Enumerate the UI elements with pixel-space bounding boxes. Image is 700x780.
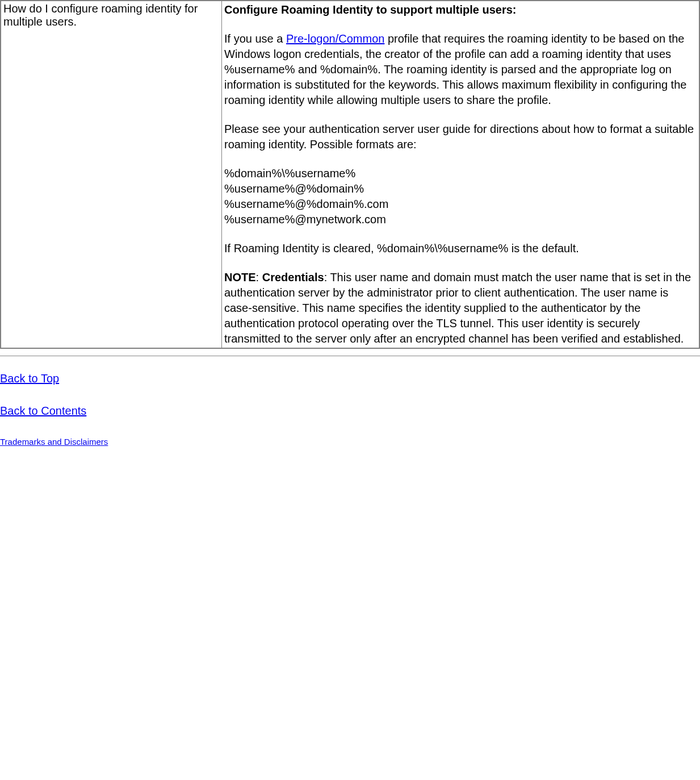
format-3: %username%@%domain%.com [224,198,388,210]
answer-para2: Please see your authentication server us… [224,122,697,152]
answer-para3: If Roaming Identity is cleared, %domain%… [224,241,697,256]
back-to-top-link[interactable]: Back to Top [0,372,700,385]
question-cell: How do I configure roaming identity for … [1,1,222,348]
answer-para1: If you use a Pre-logon/Common profile th… [224,31,697,108]
credentials-label: Credentials [262,271,324,283]
format-1: %domain%\%username% [224,167,355,180]
divider [0,356,700,356]
roaming-identity-table: How do I configure roaming identity for … [0,0,700,349]
trademarks-link[interactable]: Trademarks and Disclaimers [0,437,700,447]
pre-logon-link[interactable]: Pre-logon/Common [286,32,384,45]
question-text: How do I configure roaming identity for … [3,2,198,28]
format-2: %username%@%domain% [224,182,364,195]
note-label: NOTE [224,271,256,283]
answer-cell: Configure Roaming Identity to support mu… [222,1,700,348]
note-para: NOTE: Credentials: This user name and do… [224,270,697,347]
format-list: %domain%\%username% %username%@%domain% … [224,166,697,227]
answer-heading: Configure Roaming Identity to support mu… [224,3,516,16]
format-4: %username%@mynetwork.com [224,213,386,226]
back-to-contents-link[interactable]: Back to Contents [0,404,700,418]
